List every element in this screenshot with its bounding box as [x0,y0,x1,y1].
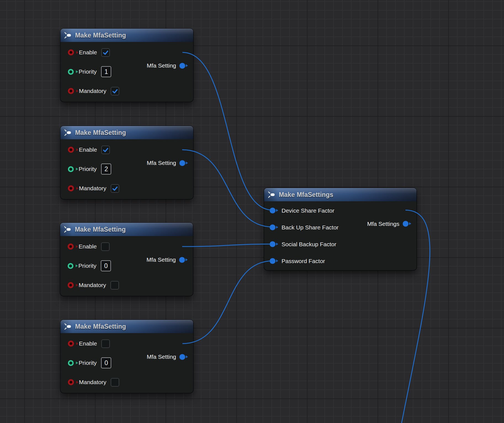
pin-bool-mandatory[interactable] [68,185,74,191]
check-icon [112,88,118,94]
wire-node2-to-back-up-share-factor[interactable] [182,150,273,227]
pin-struct-output[interactable] [179,257,185,263]
check-icon [102,147,109,153]
mandatory-checkbox[interactable] [111,378,119,387]
wire-node1-to-device-share-factor[interactable] [182,52,273,210]
node-body: Enable Priority 1 Mandatory Mfa Setting [60,42,193,102]
pin-struct-output[interactable] [403,221,408,227]
node-make-mfasetting-4[interactable]: Make MfaSetting Enable Priority 0 Mandat… [60,320,193,393]
output-row: Mfa Settings [367,215,408,232]
wire-node3-to-social-backup-factor[interactable] [182,244,273,247]
pin-label: Mandatory [79,185,106,192]
pin-label: Device Share Factor [282,207,334,214]
pin-bool-enable[interactable] [68,147,74,153]
node-header[interactable]: Make MfaSetting [60,126,193,139]
input-row-password-factor: Password Factor [264,253,417,269]
pin-int-priority[interactable] [68,69,74,75]
pin-bool-enable[interactable] [68,243,74,250]
make-struct-icon [64,226,71,233]
node-title: Make MfaSetting [75,129,126,136]
node-header[interactable]: Make MfaSetting [60,320,193,333]
make-struct-icon [64,129,71,136]
pin-label: Mandatory [79,379,106,385]
pin-label: Priority [78,263,96,269]
output-label: Mfa Setting [147,354,176,360]
priority-value: 1 [104,68,108,76]
pin-label: Social Backup Factor [282,241,336,248]
node-title: Make MfaSetting [75,226,126,233]
pin-struct-output[interactable] [179,160,185,166]
pin-int-priority[interactable] [68,263,73,269]
output-row: Mfa Setting [147,250,185,269]
enable-checkbox[interactable] [101,242,110,251]
pin-struct-social-backup-factor[interactable] [270,241,275,247]
node-title: Make MfaSetting [75,323,126,330]
wire-node4-to-password-factor[interactable] [182,261,273,344]
blueprint-graph-canvas[interactable]: Make MfaSetting Enable Priority 1 Mandat… [0,0,504,423]
enable-checkbox[interactable] [101,48,110,57]
make-struct-icon [268,191,275,198]
node-make-mfasetting-2[interactable]: Make MfaSetting Enable Priority 2 Mandat… [60,126,193,199]
output-label: Mfa Settings [367,221,399,227]
pin-struct-back-up-share-factor[interactable] [270,224,275,230]
input-row-mandatory: Mandatory [60,373,193,392]
priority-number-input[interactable]: 0 [101,260,111,271]
pin-struct-output[interactable] [179,63,185,69]
pin-struct-device-share-factor[interactable] [270,208,275,213]
node-make-mfasetting-1[interactable]: Make MfaSetting Enable Priority 1 Mandat… [60,29,193,102]
output-label: Mfa Setting [147,62,176,69]
node-header[interactable]: Make MfaSettings [264,188,417,201]
enable-checkbox[interactable] [101,339,110,348]
pin-label: Mandatory [79,88,106,94]
node-make-mfasetting-3[interactable]: Make MfaSetting Enable Priority 0 Mandat… [60,223,193,296]
pin-bool-mandatory[interactable] [68,379,74,385]
mandatory-checkbox[interactable] [111,184,119,193]
pin-int-priority[interactable] [68,166,74,172]
check-icon [102,49,109,56]
pin-label: Enable [79,49,97,56]
enable-checkbox[interactable] [101,146,110,154]
pin-label: Enable [79,146,97,153]
priority-value: 0 [104,359,108,367]
output-row: Mfa Setting [147,347,185,366]
pin-bool-mandatory[interactable] [68,88,74,94]
pin-label: Priority [79,166,97,172]
pin-struct-output[interactable] [179,354,185,360]
node-body: Device Share Factor Back Up Share Factor… [264,201,417,271]
priority-number-input[interactable]: 0 [101,357,111,368]
input-row-social-backup-factor: Social Backup Factor [264,236,417,253]
mandatory-checkbox[interactable] [111,87,119,95]
input-row-mandatory: Mandatory [60,179,193,198]
pin-label: Back Up Share Factor [282,224,339,231]
node-make-mfasettings[interactable]: Make MfaSettings Device Share Factor Bac… [264,188,417,270]
node-body: Enable Priority 2 Mandatory Mfa Setting [60,139,193,199]
node-body: Enable Priority 0 Mandatory Mfa Setting [60,333,193,393]
pin-label: Priority [79,360,97,366]
output-label: Mfa Setting [147,256,176,263]
pin-bool-mandatory[interactable] [68,282,74,288]
pin-label: Password Factor [282,258,325,264]
input-row-mandatory: Mandatory [60,81,193,101]
priority-value: 0 [104,262,108,270]
node-title: Make MfaSetting [75,32,126,39]
priority-number-input[interactable]: 1 [101,66,111,77]
pin-label: Enable [79,340,97,347]
pin-struct-password-factor[interactable] [270,258,275,264]
make-struct-icon [64,323,71,330]
pin-bool-enable[interactable] [68,49,74,55]
pin-label: Mandatory [79,282,106,288]
pin-label: Priority [79,68,97,75]
node-header[interactable]: Make MfaSetting [60,29,193,42]
priority-number-input[interactable]: 2 [101,164,111,175]
pin-bool-enable[interactable] [68,341,74,347]
output-row: Mfa Setting [147,153,185,173]
node-title: Make MfaSettings [279,191,333,199]
mandatory-checkbox[interactable] [110,281,119,290]
output-row: Mfa Setting [147,56,185,75]
priority-value: 2 [104,165,108,173]
input-row-mandatory: Mandatory [60,275,193,295]
output-label: Mfa Setting [147,160,176,166]
pin-int-priority[interactable] [68,360,74,366]
node-header[interactable]: Make MfaSetting [60,223,193,236]
pin-label: Enable [79,243,97,250]
